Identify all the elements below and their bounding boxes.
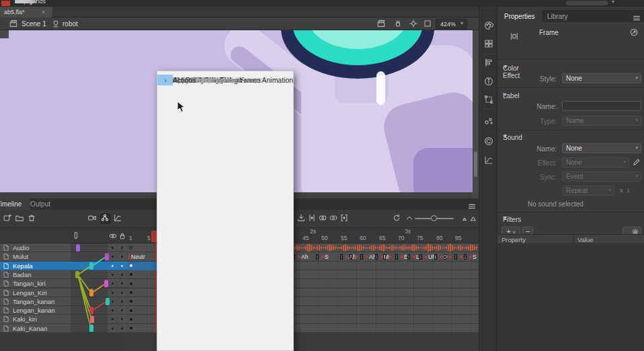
brush-library-icon[interactable] — [483, 116, 494, 126]
account-chevron-down-icon[interactable]: ▾ — [612, 0, 614, 5]
edit-symbols-icon[interactable] — [393, 19, 403, 29]
frame-span-end-marker[interactable] — [340, 254, 343, 260]
stage-vertical-scrollbar[interactable] — [473, 30, 479, 198]
timeline-panel-menu-icon[interactable] — [467, 202, 477, 208]
repeat-count[interactable]: 1 — [627, 187, 630, 194]
menubar: FileEditViewInsertModifyTextCommandsCont… — [0, 0, 644, 7]
keyframe-dot[interactable] — [425, 256, 428, 258]
menu-item-actions[interactable]: Actions — [157, 75, 173, 85]
account-label[interactable] — [566, 1, 608, 5]
parenting-column-icon[interactable] — [71, 231, 81, 240]
frame1-cell-lengan-kanan[interactable] — [128, 306, 157, 315]
timeline-zoom-slider-knob[interactable] — [431, 215, 437, 221]
frame1-cell-kepala[interactable] — [128, 262, 157, 270]
frame1-cell-audio[interactable] — [128, 243, 157, 252]
frame1-cell-kaki-kiri[interactable] — [128, 315, 157, 323]
edit-scene-icon[interactable] — [376, 19, 387, 29]
tab-timeline[interactable]: Timeline — [0, 198, 30, 210]
frame-span-end-marker[interactable] — [316, 254, 319, 260]
frame-span-end-marker[interactable] — [375, 254, 378, 260]
document-tab-close-icon[interactable]: × — [42, 9, 45, 15]
sound-sync-dropdown[interactable]: Event▾ — [562, 171, 641, 182]
label-type-dropdown[interactable]: Name▾ — [562, 116, 641, 126]
cc-libraries-icon[interactable] — [483, 136, 494, 147]
sound-name-label: Name: — [522, 145, 557, 153]
sound-name-dropdown[interactable]: None▾ — [562, 143, 641, 153]
delete-icon[interactable] — [27, 213, 38, 224]
frame1-cell-mulut[interactable]: Neutr — [128, 252, 157, 261]
center-stage-icon[interactable] — [409, 19, 419, 29]
keyframe-dot[interactable] — [298, 256, 300, 258]
frame-span-end-marker[interactable] — [360, 254, 363, 260]
frame1-cell-tangan-kanan[interactable] — [128, 297, 157, 306]
label-name-input[interactable] — [562, 101, 641, 111]
info-icon[interactable] — [483, 76, 494, 87]
keyframe-dot[interactable] — [460, 256, 462, 258]
robot-body-shadow-dark — [413, 148, 479, 198]
collapse-icon[interactable] — [405, 213, 415, 224]
scene-clapboard-icon[interactable] — [9, 19, 19, 29]
keyframe-dot[interactable] — [449, 256, 452, 258]
loop-icon[interactable] — [392, 213, 403, 224]
new-folder-icon[interactable] — [15, 213, 26, 224]
frame1-cell-tangan-kiri[interactable] — [128, 279, 157, 288]
frame-span-end-marker[interactable] — [434, 254, 437, 260]
menubar-item-help[interactable]: Help — [15, 0, 28, 5]
transform-icon[interactable] — [483, 94, 494, 105]
sound-repeat-dropdown[interactable]: Repeat▾ — [562, 186, 614, 196]
frame-span-end-marker[interactable] — [350, 254, 352, 260]
advanced-graph-icon[interactable] — [113, 213, 124, 224]
frame1-column[interactable]: Neutr — [128, 243, 157, 333]
style-dropdown[interactable]: None▾ — [562, 73, 641, 83]
ruler-frame-number: 80 — [436, 235, 442, 241]
keyframe-dot[interactable] — [346, 256, 348, 258]
keyframe-dot[interactable] — [355, 256, 358, 258]
document-tab[interactable]: ab5.fla* × — [0, 7, 52, 17]
frame-span-end-marker[interactable] — [464, 254, 467, 260]
quick-share-icon[interactable] — [629, 28, 639, 38]
visibility-column-eye-icon[interactable] — [108, 231, 118, 241]
edit-sound-pencil-icon[interactable] — [632, 157, 641, 167]
keyframe-dot[interactable] — [389, 256, 391, 258]
frame-span-end-marker[interactable] — [395, 254, 398, 260]
filters-table-header: Property Value — [497, 234, 644, 244]
frame-span-end-marker[interactable] — [444, 254, 446, 260]
camera-icon[interactable] — [87, 213, 98, 224]
onion-skin-icon[interactable] — [318, 213, 329, 224]
breadcrumb-scene[interactable]: Scene 1 — [22, 20, 46, 28]
tab-properties[interactable]: Properties — [497, 10, 542, 22]
clip-content-icon[interactable] — [423, 19, 433, 29]
zoom-level-dropdown[interactable]: 424% ▾ — [436, 19, 467, 29]
keyframe-dot[interactable] — [401, 256, 403, 258]
export-frames-icon[interactable] — [296, 213, 307, 224]
lock-column-icon[interactable] — [118, 231, 127, 241]
frame-span-end-marker[interactable] — [383, 254, 386, 260]
keyframe-dot[interactable] — [413, 256, 415, 258]
frame1-cell-kaki-kanan[interactable] — [128, 324, 157, 333]
onion-skin-outline-icon[interactable] — [329, 213, 339, 224]
breadcrumb-symbol[interactable]: robot — [63, 20, 78, 28]
keyframe-dot[interactable] — [469, 256, 472, 258]
motion-editor-icon[interactable] — [483, 155, 494, 165]
frame1-cell-lengan-kiri[interactable] — [128, 288, 157, 297]
zoom-in-frames-icon[interactable] — [468, 213, 479, 224]
sound-effect-dropdown[interactable]: None▾ — [562, 157, 629, 167]
keyframe-dot[interactable] — [440, 256, 442, 258]
keyframe-dot[interactable] — [366, 256, 368, 258]
properties-panel-menu-icon[interactable] — [632, 13, 641, 20]
frame-span-end-marker[interactable] — [407, 254, 410, 260]
tab-library[interactable]: Library — [540, 10, 575, 22]
tab-output[interactable]: Output — [30, 200, 50, 208]
frame-span-end-marker[interactable] — [419, 254, 422, 260]
frame-span-end-marker[interactable] — [454, 254, 457, 260]
new-layer-icon[interactable] — [3, 213, 13, 224]
marker-range-icon[interactable] — [307, 213, 318, 224]
keyframe-dot[interactable] — [321, 256, 324, 258]
color-palette-icon[interactable] — [483, 20, 494, 31]
app-logo-icon[interactable] — [1, 1, 10, 6]
align-icon[interactable] — [483, 57, 494, 68]
parenting-view-icon[interactable] — [100, 213, 111, 224]
edit-multiple-frames-icon[interactable] — [339, 213, 350, 224]
swatches-icon[interactable] — [483, 38, 494, 49]
frame1-cell-badan[interactable] — [128, 270, 157, 279]
